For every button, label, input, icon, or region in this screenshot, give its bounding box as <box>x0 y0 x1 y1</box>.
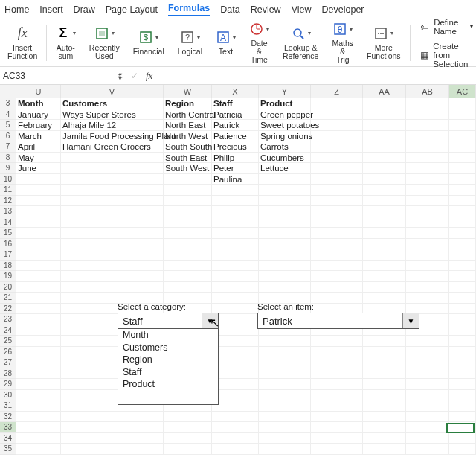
cell-AA16[interactable] <box>363 239 406 250</box>
cell-W10[interactable] <box>164 174 212 185</box>
cell-AA31[interactable] <box>363 400 406 412</box>
cell-AC7[interactable] <box>449 141 476 153</box>
cell-AB18[interactable] <box>406 261 449 272</box>
cell-X14[interactable] <box>212 217 259 229</box>
cell-AA29[interactable] <box>363 379 406 390</box>
cell-AB11[interactable] <box>406 185 449 196</box>
fx-icon[interactable]: fx <box>146 70 152 82</box>
cell-U22[interactable] <box>16 304 61 315</box>
cell-V16[interactable] <box>61 239 164 250</box>
col-header-Y[interactable]: Y <box>259 85 311 98</box>
cell-X9[interactable]: Peter <box>212 163 259 174</box>
cell-Y30[interactable] <box>259 390 311 401</box>
cell-Y32[interactable] <box>259 412 311 423</box>
cell-W20[interactable] <box>164 282 212 293</box>
cell-W5[interactable]: North East <box>164 120 212 131</box>
cell-AB20[interactable] <box>406 282 449 293</box>
cell-AC25[interactable] <box>449 336 476 347</box>
cell-AA12[interactable] <box>363 196 406 207</box>
cell-V19[interactable] <box>61 271 164 282</box>
cell-Z29[interactable] <box>311 379 363 390</box>
cell-X5[interactable]: Patrick <box>212 120 259 131</box>
cell-AA26[interactable] <box>363 347 406 358</box>
cell-W33[interactable] <box>164 422 212 433</box>
menu-item-formulas[interactable]: Formulas <box>168 3 210 16</box>
cell-AB9[interactable] <box>406 163 449 174</box>
cell-X29[interactable] <box>212 379 259 390</box>
cell-V7[interactable]: Hamani Green Grocers <box>61 141 164 153</box>
cell-AB3[interactable] <box>406 98 449 109</box>
cell-Z32[interactable] <box>311 412 363 423</box>
cell-Z26[interactable] <box>311 347 363 358</box>
cell-U10[interactable] <box>16 174 61 185</box>
ribbon-auto-sum[interactable]: Σ▾Auto-sum <box>51 21 80 65</box>
cell-U17[interactable] <box>16 249 61 261</box>
cell-U5[interactable]: February <box>16 120 61 131</box>
cell-Z6[interactable] <box>311 131 363 142</box>
cell-U6[interactable]: March <box>16 131 61 142</box>
cell-AB4[interactable] <box>406 109 449 121</box>
cell-W34[interactable] <box>164 433 212 444</box>
cell-Z3[interactable] <box>311 98 363 109</box>
cell-V9[interactable] <box>61 163 164 174</box>
category-option-month[interactable]: Month <box>118 329 218 342</box>
cell-AC21[interactable] <box>449 293 476 304</box>
row-header-5[interactable]: 5 <box>0 120 16 131</box>
cell-AC12[interactable] <box>449 196 476 207</box>
row-header-22[interactable]: 22 <box>0 304 16 315</box>
cell-Y33[interactable] <box>259 422 311 433</box>
row-header-8[interactable]: 8 <box>0 153 16 164</box>
cell-AC13[interactable] <box>449 206 476 217</box>
cell-U11[interactable] <box>16 185 61 196</box>
cell-V20[interactable] <box>61 282 164 293</box>
cell-Z9[interactable] <box>311 163 363 174</box>
cell-AC23[interactable] <box>449 314 476 325</box>
cell-AC34[interactable] <box>449 433 476 444</box>
cell-Z13[interactable] <box>311 206 363 217</box>
cell-Z11[interactable] <box>311 185 363 196</box>
cell-W15[interactable] <box>164 228 212 239</box>
cell-AA8[interactable] <box>363 153 406 164</box>
cell-AC5[interactable] <box>449 120 476 131</box>
menu-item-view[interactable]: View <box>292 4 312 15</box>
cell-X21[interactable] <box>212 293 259 304</box>
cell-AA7[interactable] <box>363 141 406 153</box>
cell-Z20[interactable] <box>311 282 363 293</box>
cell-Y11[interactable] <box>259 185 311 196</box>
ribbon-more-functions[interactable]: ▾MoreFunctions <box>362 21 405 65</box>
cell-AA15[interactable] <box>363 228 406 239</box>
cell-Y19[interactable] <box>259 271 311 282</box>
cell-U16[interactable] <box>16 239 61 250</box>
cell-Z28[interactable] <box>311 368 363 380</box>
row-header-6[interactable]: 6 <box>0 131 16 142</box>
cell-X7[interactable]: Precious <box>212 141 259 153</box>
cell-AB7[interactable] <box>406 141 449 153</box>
cell-W4[interactable]: North Central <box>164 109 212 121</box>
cell-AA13[interactable] <box>363 206 406 217</box>
cell-W35[interactable] <box>164 444 212 455</box>
row-header-19[interactable]: 19 <box>0 271 16 282</box>
cell-U18[interactable] <box>16 261 61 272</box>
cell-V34[interactable] <box>61 433 164 444</box>
cell-Z4[interactable] <box>311 109 363 121</box>
row-header-30[interactable]: 30 <box>0 390 16 401</box>
row-header-16[interactable]: 16 <box>0 239 16 250</box>
cell-AC15[interactable] <box>449 228 476 239</box>
cell-W18[interactable] <box>164 261 212 272</box>
menu-item-review[interactable]: Review <box>251 4 281 15</box>
row-header-27[interactable]: 27 <box>0 357 16 368</box>
row-header-35[interactable]: 35 <box>0 444 16 455</box>
category-option-customers[interactable]: Customers <box>118 342 218 354</box>
cell-AB5[interactable] <box>406 120 449 131</box>
cell-V3[interactable]: Customers <box>61 98 164 109</box>
cell-V33[interactable] <box>61 422 164 433</box>
col-header-Z[interactable]: Z <box>311 85 363 98</box>
col-header-AB[interactable]: AB <box>406 85 449 98</box>
cell-AC3[interactable] <box>449 98 476 109</box>
item-combo[interactable]: Patrick ▼ <box>257 313 419 329</box>
cell-AC8[interactable] <box>449 153 476 164</box>
row-header-28[interactable]: 28 <box>0 368 16 380</box>
cell-AA14[interactable] <box>363 217 406 229</box>
cell-AC35[interactable] <box>449 444 476 455</box>
cell-V17[interactable] <box>61 249 164 261</box>
